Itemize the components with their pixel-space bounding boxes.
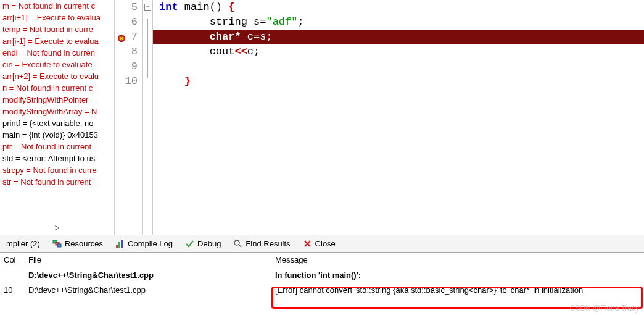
code-area[interactable]: int main() { string s="adf"; char* c=s; … [153, 0, 644, 235]
close-icon [303, 239, 312, 248]
watch-item[interactable]: modifyStringWithArray = N [2, 106, 112, 117]
line-number: 5 [115, 0, 138, 15]
header-message[interactable]: Message [273, 255, 644, 264]
line-number: 9 [115, 59, 138, 74]
watch-item[interactable]: n = Not found in current c [2, 82, 112, 94]
code-line[interactable]: int main() { [153, 0, 644, 15]
code-line[interactable]: string s="adf"; [153, 15, 644, 30]
table-row[interactable]: 10 D:\devc++\String&Char\test1.cpp [Erro… [0, 282, 644, 297]
watch-item[interactable]: strcpy = Not found in curre [2, 164, 112, 176]
watch-item[interactable]: main = {int (void)} 0x40153 [2, 129, 112, 141]
bottom-tabs: mpiler (2) Resources Compile Log Debug F… [0, 235, 644, 253]
search-icon [233, 239, 242, 248]
line-number-gutter: 5 6 7 8 9 10 [115, 0, 143, 235]
line-number: 10 [115, 74, 138, 89]
svg-line-8 [239, 245, 241, 247]
code-editor[interactable]: 5 6 7 8 9 10 − int main() { string s="ad… [115, 0, 644, 235]
compiler-output: Col File Message D:\devc++\String&Char\t… [0, 253, 644, 297]
watch-item[interactable]: printf = {<text variable, no [2, 117, 112, 129]
tab-debug[interactable]: Debug [179, 235, 227, 252]
svg-rect-3 [57, 244, 61, 247]
line-number: 8 [115, 44, 138, 59]
table-header: Col File Message [0, 253, 644, 267]
fold-toggle-icon[interactable]: − [144, 4, 151, 10]
tab-find-results[interactable]: Find Results [227, 235, 296, 252]
code-line[interactable]: cout<<c; [153, 44, 644, 59]
resources-icon [52, 239, 62, 248]
watch-item[interactable]: endl = Not found in curren [2, 47, 112, 59]
watch-item[interactable]: arr[i+1] = Execute to evalua [2, 12, 112, 23]
svg-rect-5 [118, 242, 120, 248]
tab-close[interactable]: Close [297, 235, 342, 252]
code-line[interactable]: } [153, 74, 644, 89]
code-line-error[interactable]: char* c=s; [153, 30, 644, 44]
breakpoint-icon[interactable] [117, 33, 126, 41]
scroll-right-arrow[interactable]: > [0, 222, 114, 233]
tab-compiler[interactable]: mpiler (2) [0, 235, 46, 252]
watch-list: m = Not found in current c arr[i+1] = Ex… [0, 0, 114, 188]
line-number: 6 [115, 15, 138, 30]
tab-resources[interactable]: Resources [46, 235, 109, 252]
bottom-panel: mpiler (2) Resources Compile Log Debug F… [0, 235, 644, 297]
table-row[interactable]: D:\devc++\String&Char\test1.cpp In funct… [0, 267, 644, 282]
watch-item[interactable]: temp = Not found in curre [2, 23, 112, 35]
chart-icon [115, 239, 125, 248]
check-icon [185, 239, 194, 248]
watch-item[interactable]: str = Not found in current [2, 176, 112, 188]
code-line[interactable] [153, 59, 644, 74]
watch-item[interactable]: m = Not found in current c [2, 0, 112, 12]
svg-rect-6 [121, 240, 123, 248]
watch-item[interactable]: std = <error: Attempt to us [2, 153, 112, 164]
watermark: CSDN @Fiona Tracy [570, 304, 639, 313]
watch-item[interactable]: cin = Execute to evaluate [2, 59, 112, 70]
watch-item[interactable]: modifyStringWithPointer = [2, 94, 112, 106]
watch-item[interactable]: ptr = Not found in current [2, 141, 112, 153]
watch-panel: m = Not found in current c arr[i+1] = Ex… [0, 0, 115, 235]
line-number: 7 [115, 30, 138, 44]
tab-compile-log[interactable]: Compile Log [109, 235, 179, 252]
header-file[interactable]: File [26, 255, 273, 264]
svg-point-7 [234, 240, 239, 245]
fold-gutter: − [143, 0, 153, 235]
watch-item[interactable]: arr[n+2] = Execute to evalu [2, 70, 112, 82]
watch-item[interactable]: arr[i-1] = Execute to evalua [2, 35, 112, 47]
header-col[interactable]: Col [0, 255, 26, 264]
svg-rect-4 [116, 245, 118, 248]
